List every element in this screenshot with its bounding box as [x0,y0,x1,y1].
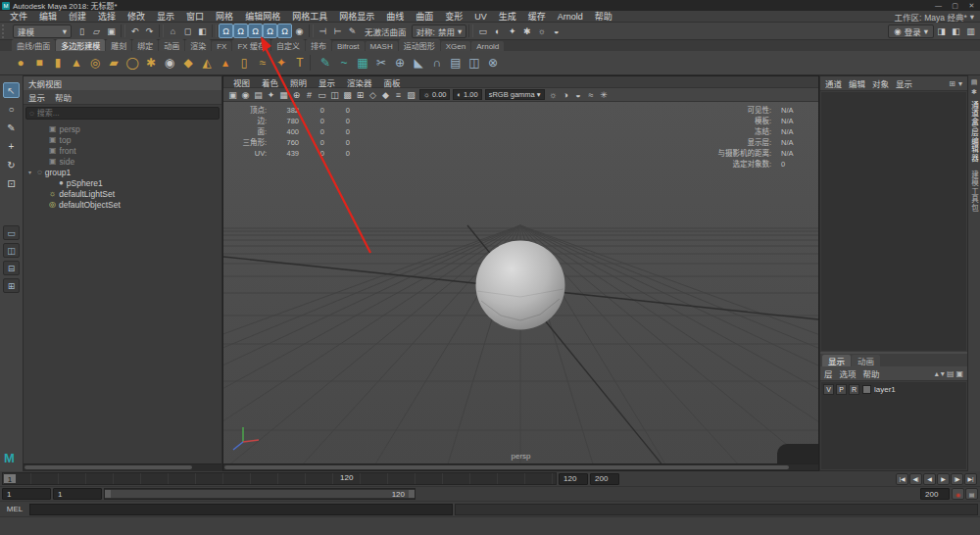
current-time-marker[interactable]: 1 [4,474,16,483]
save-scene-icon[interactable]: ▣ [104,24,119,38]
menubar-item[interactable]: UV [468,12,493,22]
poly-cone-icon[interactable]: ▲ [68,54,85,72]
go-to-start-button[interactable]: |◀ [896,473,908,485]
poly-cube-icon[interactable]: ■ [30,54,48,72]
make-live-icon[interactable]: ◉ [292,24,307,38]
super-shape-icon[interactable]: ✦ [272,54,290,72]
outliner-item[interactable]: ◎ defaultObjectSet [24,199,221,210]
redo-icon[interactable]: ↷ [142,24,157,38]
viewport-menu-item[interactable]: 着色 [257,76,283,88]
statusline-grip[interactable] [2,24,8,38]
split-pane-layout-icon[interactable]: ⊟ [3,261,20,275]
select-hierarchy-icon[interactable]: ⌂ [166,24,180,38]
menubar-item[interactable]: 曲线 [380,10,410,23]
play-backwards-button[interactable]: ◀ [923,473,936,485]
extrude-icon[interactable]: ▤ [447,54,465,72]
shelf-tab[interactable]: XGen [441,41,470,51]
layer-toggle-button[interactable]: P [836,384,847,395]
auto-keyframe-button[interactable]: ◉ [952,488,964,500]
poly-platonic-icon[interactable]: ◆ [179,54,197,72]
shelf-tab[interactable]: 运动图形 [399,39,440,51]
boolean-icon[interactable]: ⊗ [484,54,502,72]
attribute-editor-toggle-icon[interactable]: ◧ [949,24,963,38]
panel-dock-icon[interactable]: ▤ [971,78,978,86]
sidebar-vertical-tab[interactable]: 通道盒/层编辑器 [969,101,980,163]
poly-pyramid-icon[interactable]: ◭ [198,54,216,72]
menubar-item[interactable]: Arnold [552,12,589,22]
menubar-item[interactable]: 修改 [122,10,151,23]
grid-toggle-icon[interactable]: # [303,90,316,100]
menubar-item[interactable]: 显示 [151,10,180,23]
lighting-icon[interactable]: ☼ [547,90,560,100]
viewport-canvas[interactable]: 顶点: 382 0 0 边: 780 0 0 [223,102,818,463]
move-tool-icon[interactable]: + [3,138,20,154]
exposure-field[interactable]: ☼ 0.00 [419,89,450,100]
viewport-hscrollbar[interactable] [223,463,818,470]
poly-prism-icon[interactable]: ▴ [217,54,234,72]
outliner-item[interactable]: ▾ ◌ group1 [24,167,221,177]
menubar-item[interactable]: 窗口 [180,10,210,23]
layer-toggle-button[interactable]: V [823,384,834,395]
bevel-icon[interactable]: ◣ [410,54,427,72]
snap-to-point-icon[interactable]: Ω [248,24,263,38]
time-slider[interactable]: 1 120 [2,472,557,485]
outliner-item[interactable]: ● pSphere1 [24,177,221,188]
maximize-button[interactable]: ▢ [947,0,963,11]
shadows-icon[interactable]: ◑ [560,90,572,100]
lasso-tool-icon[interactable]: ○ [3,101,20,117]
ambient-occlusion-icon[interactable]: ◒ [572,90,585,100]
animation-end-field-2[interactable]: 200 [920,488,950,500]
undo-icon[interactable]: ↶ [127,24,142,38]
poly-sphere-icon[interactable]: ● [12,54,29,72]
light-editor-icon[interactable]: ◒ [549,24,564,38]
outliner-item[interactable]: ▣ top [24,134,221,145]
menubar-item[interactable]: 选择 [92,10,122,23]
snap-to-grid-icon[interactable]: Ω [219,24,233,38]
safe-title-icon[interactable]: ◆ [379,90,392,100]
outliner-item[interactable]: ▣ side [24,156,221,167]
channel-speed-icon[interactable]: ▾ [958,79,962,88]
shelf-tab[interactable]: 渲染 [185,39,211,51]
separator[interactable] [309,24,314,37]
shelf-tab[interactable]: Bifrost [332,41,365,51]
new-scene-icon[interactable]: ▯ [74,24,89,38]
channel-box-menu-item[interactable]: 通道 [825,77,842,89]
menubar-item[interactable]: 网格显示 [333,10,380,23]
menubar-item[interactable]: 编辑网格 [239,10,286,23]
playback-end-field[interactable]: 120 [559,473,588,485]
symmetry-selector[interactable]: 对称: 禁用 ▾ [412,24,467,38]
gear-icon[interactable]: ✱ [971,88,977,96]
poly-cylinder-icon[interactable]: ▮ [49,54,67,72]
outliner-menu-item[interactable]: 显示 [28,91,45,103]
quad-draw-icon[interactable]: ▦ [354,54,371,72]
construction-history-icon[interactable]: ✎ [345,24,360,38]
layer-menu-item[interactable]: 帮助 [863,367,880,379]
outliner-hscrollbar[interactable] [24,463,221,470]
outliner-menu-item[interactable]: 帮助 [55,91,72,103]
menubar-item[interactable]: 生成 [493,10,522,23]
camera-attributes-icon[interactable]: ▤ [252,90,265,100]
go-to-end-button[interactable]: ▶| [964,473,977,485]
channel-manipulator-icon[interactable]: ⊞ [949,79,956,88]
menubar-item[interactable]: 创建 [63,10,92,23]
colorspace-dropdown[interactable]: sRGB gamma ▾ [485,89,545,100]
poly-helix-icon[interactable]: ≈ [254,54,271,72]
separator[interactable] [159,24,164,37]
channel-box-content[interactable] [821,92,966,351]
mirror-icon[interactable]: ◫ [466,54,483,72]
select-object-icon[interactable]: ◻ [180,24,195,38]
bookmarks-icon[interactable]: ✦ [265,90,277,100]
shelf-tab[interactable]: Arnold [471,41,504,51]
lock-camera-icon[interactable]: ◉ [239,90,252,100]
render-settings-icon[interactable]: ✱ [519,24,534,38]
menu-set-selector[interactable]: 建模 ▾ [13,24,72,38]
image-plane-icon[interactable]: ▦ [277,90,290,100]
expander-icon[interactable]: ▾ [25,169,34,175]
tool-settings-toggle-icon[interactable]: ▥ [963,24,978,38]
menubar-item[interactable]: 缓存 [522,10,552,23]
shelf-tab[interactable]: 排布 [306,39,331,51]
hud-toggle-icon[interactable]: ≡ [392,90,405,100]
poly-soccer-ball-icon[interactable]: ◉ [161,54,178,72]
safe-action-icon[interactable]: ◇ [367,90,379,100]
input-connections-icon[interactable]: ⊣ [316,24,330,38]
